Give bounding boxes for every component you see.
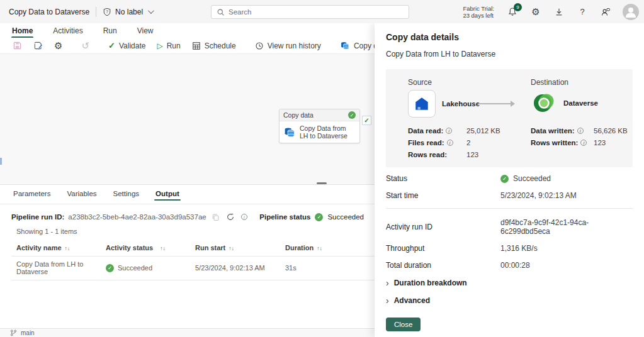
top-app-bar: Copy Data to Dataverse ? No label Fabric…	[0, 0, 644, 23]
info-icon[interactable]	[241, 214, 247, 220]
search-input[interactable]	[229, 8, 404, 16]
view-run-history-label: View run history	[268, 41, 321, 50]
help-button[interactable]	[576, 6, 589, 18]
view-run-history-button[interactable]: View run history	[251, 40, 325, 52]
tab-output[interactable]: Output	[155, 190, 179, 200]
run-label: Run	[167, 41, 181, 50]
status-value: Succeeded	[513, 174, 551, 183]
info-icon[interactable]	[580, 140, 587, 146]
destination-heading: Destination	[531, 78, 568, 87]
rows-written-value: 123	[594, 139, 628, 146]
tab-variables[interactable]: Variables	[67, 190, 96, 200]
table-header-row: Activity name Activity status Run start …	[11, 240, 375, 257]
copy-data-icon	[340, 41, 350, 50]
rows-read-value: 123	[466, 151, 500, 158]
destination-name: Dataverse	[563, 99, 598, 107]
activity-card-header: Copy data	[280, 109, 359, 121]
validate-check-icon	[108, 41, 115, 50]
account-avatar[interactable]	[623, 4, 639, 20]
chevron-down-icon	[148, 8, 154, 14]
activity-run-id-value: d9f4bc7a-9c9f-42c1-94ca-6c299dbd5eca	[500, 218, 633, 236]
pipeline-run-meta: Pipeline run ID: a238b3c2-5beb-4ae2-82aa…	[11, 213, 364, 221]
header-activity-status[interactable]: Activity status	[106, 244, 195, 251]
person-icon	[623, 4, 639, 20]
tab-activities[interactable]: Activities	[52, 25, 83, 37]
run-button[interactable]: Run	[153, 40, 184, 52]
files-read-value: 2	[466, 139, 500, 146]
info-icon[interactable]	[447, 140, 453, 146]
save-as-button[interactable]	[30, 39, 47, 52]
refresh-icon[interactable]	[226, 213, 235, 221]
topbar-left: Copy Data to Dataverse ? No label	[0, 7, 152, 17]
trial-line1: Fabric Trial:	[463, 5, 494, 12]
activity-name-label: Copy Data from LH to Dataverse	[300, 124, 356, 140]
sort-icon[interactable]	[225, 244, 234, 251]
cell-duration: 31s	[285, 264, 342, 272]
document-title[interactable]: Copy Data to Dataverse	[9, 8, 89, 16]
tab-settings[interactable]: Settings	[113, 190, 140, 200]
info-icon[interactable]	[446, 128, 452, 134]
activity-success-icon	[348, 111, 356, 119]
on-success-connector-icon[interactable]	[362, 116, 371, 125]
header-run-start[interactable]: Run start	[195, 244, 285, 251]
trial-status: Fabric Trial: 23 days left	[463, 5, 494, 19]
tab-home[interactable]: Home	[11, 25, 33, 37]
duration-breakdown-expander[interactable]: Duration breakdown	[386, 278, 633, 288]
source-destination-card: Source Destination Lakehouse Dataverse D…	[386, 69, 633, 167]
source-node: Lakehouse	[408, 90, 480, 118]
header-activity-name[interactable]: Activity name	[16, 244, 106, 251]
sort-icon[interactable]	[314, 244, 322, 251]
total-duration-value: 00:00:28	[500, 261, 530, 270]
download-icon	[555, 8, 563, 16]
cell-activity-name[interactable]: Copy Data from LH to Dataverse	[16, 260, 106, 275]
sort-icon[interactable]	[62, 244, 71, 251]
topbar-divider	[96, 7, 96, 17]
copy-to-clipboard-icon[interactable]	[212, 213, 220, 221]
close-button[interactable]: Close	[386, 318, 421, 331]
source-heading: Source	[408, 78, 432, 87]
settings-button[interactable]	[529, 6, 542, 18]
tab-parameters[interactable]: Parameters	[13, 190, 50, 200]
header-duration[interactable]: Duration	[285, 244, 342, 251]
notifications-button[interactable]: 9	[506, 6, 519, 18]
validate-button[interactable]: Validate	[105, 39, 149, 52]
pipeline-settings-button[interactable]	[50, 38, 66, 53]
dataverse-icon	[531, 90, 557, 116]
copy-data-icon	[283, 126, 296, 138]
detail-row-throughput: Throughput 1,316 KB/s	[386, 244, 633, 253]
download-button[interactable]	[553, 6, 565, 18]
undo-button[interactable]	[77, 38, 93, 53]
tab-view[interactable]: View	[137, 25, 154, 37]
destination-node: Dataverse	[531, 90, 598, 116]
panel-subtitle: Copy Data from LH to Dataverse	[386, 50, 644, 58]
activity-runs-table: Activity name Activity status Run start …	[11, 240, 375, 280]
ribbon-tab-bar: Home Activities Run View	[0, 23, 375, 38]
copy-data-details-panel: Copy data details Copy Data from LH to D…	[375, 23, 644, 337]
save-button[interactable]	[9, 39, 26, 52]
tab-run[interactable]: Run	[103, 25, 118, 37]
table-row[interactable]: Copy Data from LH to Dataverse Succeeded…	[11, 257, 375, 280]
global-search[interactable]	[211, 5, 409, 19]
schedule-button[interactable]: Schedule	[188, 40, 240, 52]
sort-icon[interactable]	[157, 244, 166, 251]
activity-type-label: Copy data	[283, 111, 314, 119]
search-icon	[217, 8, 225, 16]
advanced-expander[interactable]: Advanced	[386, 296, 633, 306]
throughput-value: 1,316 KB/s	[500, 244, 538, 253]
pipeline-status-value: Succeeded	[327, 213, 364, 221]
info-icon[interactable]	[577, 128, 584, 134]
success-check-icon	[315, 213, 323, 221]
feedback-button[interactable]	[599, 6, 612, 18]
topbar-right: Fabric Trial: 23 days left 9	[463, 0, 639, 23]
run-id-actions	[212, 213, 247, 221]
save-as-icon	[33, 41, 43, 50]
branch-name[interactable]: main	[21, 329, 35, 336]
collapsed-pane-handle[interactable]	[0, 158, 2, 165]
panel-title: Copy data details	[386, 32, 644, 42]
sensitivity-label-button[interactable]: ? No label	[103, 8, 152, 16]
source-name: Lakehouse	[442, 100, 480, 108]
copy-data-activity-card[interactable]: Copy data Copy Data from LH to Dataverse	[279, 109, 360, 143]
chevron-right-icon	[386, 296, 389, 306]
feedback-icon	[601, 7, 611, 17]
success-check-icon	[500, 175, 509, 183]
